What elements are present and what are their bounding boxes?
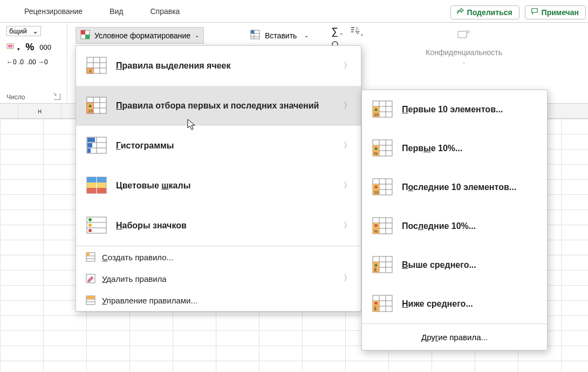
share-icon [456, 8, 464, 17]
menu-item-label: Первые 10 элементов... [402, 105, 537, 114]
comments-button[interactable]: Примечан [525, 5, 586, 19]
svg-rect-53 [86, 296, 95, 299]
svg-rect-32 [87, 143, 92, 147]
insert-cells-icon [250, 29, 261, 42]
clear-rules-icon [86, 274, 95, 283]
chevron-right-icon: 〉 [344, 101, 351, 111]
chevron-down-icon: ⌄ [304, 32, 309, 38]
submenu-top-10-percent[interactable]: % Первые 10%... [362, 129, 547, 168]
comment-icon [531, 8, 538, 17]
svg-rect-4 [85, 35, 90, 39]
svg-point-44 [88, 229, 92, 232]
menu-item-label: Наборы значков [116, 221, 335, 231]
number-group: бщий ⌄ ▾ % 000 ←0 .0 .00 →0 Число [0, 23, 67, 103]
chevron-down-icon: ⌄ [410, 59, 518, 65]
conditional-formatting-menu: ≤ Правила выделения ячеек 〉 10 Правила о… [76, 45, 361, 312]
confidentiality-group[interactable]: Конфиденциальность ⌄ [410, 26, 518, 65]
menu-item-label: Управление правилами... [102, 296, 351, 305]
submenu-bottom-10-items[interactable]: 10 Последние 10 элементов... [362, 168, 547, 207]
menu-highlight-cells-rules[interactable]: ≤ Правила выделения ячеек 〉 [76, 46, 361, 86]
comma-style-button[interactable]: 000 [39, 43, 51, 51]
svg-rect-9 [251, 30, 254, 33]
insert-cells-button[interactable]: Вставить ⌄ [245, 27, 313, 44]
menu-color-scales[interactable]: Цветовые шкалы 〉 [76, 166, 361, 206]
chevron-down-icon: ⌄ [32, 27, 38, 35]
top10-items-icon: 10 [372, 99, 393, 120]
svg-rect-33 [87, 148, 91, 153]
chevron-down-icon: ⌄ [195, 32, 199, 38]
tab-view[interactable]: Вид [110, 7, 123, 16]
menu-item-label: Удалить правила [102, 274, 337, 283]
chevron-right-icon: 〉 [344, 274, 351, 283]
menu-new-rule[interactable]: Создать правило... [76, 246, 361, 268]
svg-rect-3 [81, 30, 85, 35]
dialog-launcher-number[interactable] [54, 93, 60, 101]
confidentiality-icon [410, 26, 518, 46]
svg-rect-1 [8, 45, 12, 48]
currency-dropdown[interactable]: ▾ [6, 42, 20, 52]
column-header[interactable]: н [18, 104, 61, 118]
decrease-decimal-button[interactable]: .00 →0 [27, 58, 48, 66]
below-avg-icon: x̄ [372, 293, 393, 315]
share-row: Поделиться Примечан [450, 5, 588, 19]
sort-filter-button[interactable]: ⌄ [350, 26, 364, 37]
menu-item-label: Создать правило... [102, 253, 351, 262]
highlight-cells-icon: ≤ [86, 55, 107, 77]
conditional-formatting-label: Условное форматирование [94, 31, 190, 40]
confidentiality-label: Конфиденциальность [426, 48, 502, 57]
share-label: Поделиться [467, 8, 512, 17]
icon-sets-icon [86, 215, 107, 236]
svg-rect-12 [458, 31, 467, 38]
svg-point-43 [88, 224, 92, 227]
svg-text:%: % [374, 229, 378, 234]
number-group-label: Число [6, 93, 25, 101]
menu-item-label: Правила выделения ячеек [116, 61, 335, 71]
top-bottom-rules-submenu: 10 Первые 10 элементов... % Первые 10%..… [361, 90, 548, 350]
above-avg-icon: x̄ [372, 254, 393, 276]
menu-item-label: Выше среднего... [402, 260, 537, 270]
bottom10-items-icon: 10 [372, 177, 393, 198]
submenu-more-rules[interactable]: Другие правила... [362, 324, 547, 350]
svg-text:10: 10 [88, 109, 93, 113]
chevron-right-icon: 〉 [344, 141, 351, 151]
submenu-above-average[interactable]: x̄ Выше среднего... [362, 246, 547, 285]
comments-label: Примечан [542, 8, 579, 17]
autosum-button[interactable]: ∑ ⌄ [331, 26, 344, 37]
share-button[interactable]: Поделиться [450, 5, 519, 19]
menu-item-label: Цветовые шкалы [116, 181, 335, 191]
submenu-bottom-10-percent[interactable]: % Последние 10%... [362, 207, 547, 246]
menu-item-label: Ниже среднего... [402, 299, 537, 309]
number-format-select[interactable]: бщий ⌄ [6, 26, 41, 36]
menu-data-bars[interactable]: Гистограммы 〉 [76, 126, 361, 166]
svg-text:%: % [374, 151, 378, 156]
tab-help[interactable]: Справка [150, 7, 180, 16]
svg-text:≤: ≤ [89, 68, 92, 73]
chevron-right-icon: 〉 [344, 181, 351, 191]
submenu-below-average[interactable]: x̄ Ниже среднего... [362, 285, 547, 323]
menu-manage-rules[interactable]: Управление правилами... [76, 289, 361, 311]
svg-rect-48 [86, 253, 90, 256]
menu-icon-sets[interactable]: Наборы значков 〉 [76, 206, 361, 246]
svg-text:10: 10 [374, 190, 379, 195]
color-scales-icon [86, 175, 107, 197]
submenu-top-10-items[interactable]: 10 Первые 10 элементов... [362, 90, 547, 129]
menu-top-bottom-rules[interactable]: 10 Правила отбора первых и последних зна… [76, 86, 361, 126]
manage-rules-icon [86, 295, 95, 305]
percent-button[interactable]: % [25, 42, 34, 53]
top10-pct-icon: % [372, 138, 393, 159]
bottom10-pct-icon: % [372, 215, 393, 237]
data-bars-icon [86, 135, 107, 157]
top-bottom-icon: 10 [86, 95, 107, 117]
conditional-formatting-button[interactable]: Условное форматирование ⌄ [76, 27, 204, 44]
new-rule-icon [86, 252, 95, 262]
menu-clear-rules[interactable]: Удалить правила 〉 [76, 268, 361, 289]
number-format-value: бщий [9, 27, 27, 35]
menu-item-label: Последние 10%... [402, 221, 537, 231]
chevron-right-icon: 〉 [344, 61, 351, 71]
conditional-formatting-icon [80, 30, 90, 41]
insert-cells-label: Вставить [265, 31, 297, 40]
tab-review[interactable]: Рецензирование [24, 7, 83, 16]
increase-decimal-button[interactable]: ←0 .0 [6, 58, 24, 66]
menu-item-label: Гистограммы [116, 141, 335, 151]
svg-text:10: 10 [374, 112, 379, 117]
